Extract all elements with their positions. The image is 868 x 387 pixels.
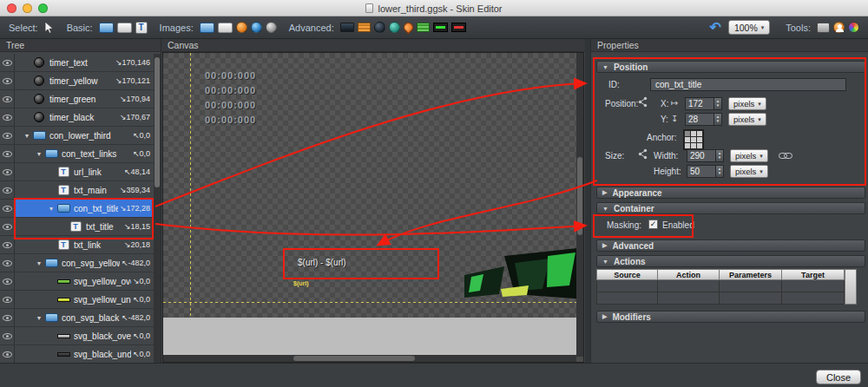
tree-row[interactable]: timer_green↘170,94 xyxy=(0,90,154,108)
width-stepper[interactable]: ▲▼ xyxy=(716,149,724,162)
visibility-toggle[interactable] xyxy=(0,200,15,217)
visibility-toggle[interactable] xyxy=(0,90,15,108)
visibility-toggle[interactable] xyxy=(0,127,15,144)
image-frame-tool[interactable] xyxy=(218,20,233,36)
section-header-appearance[interactable]: ▶ Appearance xyxy=(596,187,865,199)
tree-row[interactable]: Ttxt_title↘18,15 xyxy=(0,218,154,236)
y-unit-dropdown[interactable]: pixels▾ xyxy=(728,113,766,126)
image-tool[interactable] xyxy=(200,20,214,36)
width-input[interactable]: 290 xyxy=(687,149,716,162)
tree-scrollbar[interactable] xyxy=(154,54,161,363)
visibility-toggle[interactable] xyxy=(0,145,15,162)
section-header-advanced[interactable]: ▶ Advanced xyxy=(596,239,865,252)
expand-triangle[interactable]: ▼ xyxy=(46,206,56,212)
column-header[interactable]: Action xyxy=(658,269,720,280)
tree-row[interactable]: svg_black_over↖0,0 xyxy=(0,327,154,345)
green-line-tool[interactable] xyxy=(433,20,448,36)
map-pin-tool[interactable] xyxy=(404,20,413,36)
table-cell[interactable] xyxy=(596,280,658,292)
table-cell[interactable] xyxy=(720,292,782,305)
step-down-icon[interactable]: ▼ xyxy=(716,120,720,124)
zoom-dropdown[interactable]: 100% ▾ xyxy=(728,20,770,35)
tree-row[interactable]: Ttxt_link↘20,18 xyxy=(0,236,154,254)
expand-triangle[interactable]: ▼ xyxy=(34,315,44,321)
table-cell[interactable] xyxy=(658,292,720,305)
column-header[interactable]: Source xyxy=(596,269,658,280)
visibility-toggle[interactable] xyxy=(0,345,15,363)
container-tool[interactable] xyxy=(99,20,114,36)
table-tool[interactable] xyxy=(358,20,371,36)
x-input[interactable]: 172 xyxy=(685,97,714,110)
visibility-toggle[interactable] xyxy=(0,54,15,71)
section-header-actions[interactable]: ▼ Actions xyxy=(596,255,865,267)
scrollbar-thumb[interactable] xyxy=(577,157,582,235)
globe-tool[interactable] xyxy=(251,20,262,36)
tree-row[interactable]: timer_black↘170,67 xyxy=(0,108,154,127)
height-unit-dropdown[interactable]: pixels▾ xyxy=(730,165,768,178)
visibility-toggle[interactable] xyxy=(0,181,15,199)
visibility-toggle[interactable] xyxy=(0,327,15,344)
step-down-icon[interactable]: ▼ xyxy=(718,172,721,176)
tree-row[interactable]: svg_yellow_over↘0,0 xyxy=(0,272,154,291)
tree-row[interactable]: svg_black_under↖0,0 xyxy=(0,345,154,363)
gray-sphere-tool[interactable] xyxy=(266,20,277,36)
visibility-toggle[interactable] xyxy=(0,254,15,272)
height-input[interactable]: 50 xyxy=(687,165,716,178)
tree-scrollbar-thumb[interactable] xyxy=(155,57,160,187)
dark-sphere-tool[interactable] xyxy=(374,20,385,36)
step-down-icon[interactable]: ▼ xyxy=(718,156,721,161)
masking-checkbox[interactable]: ✓ xyxy=(648,220,658,229)
section-header-modifiers[interactable]: ▶ Modifiers xyxy=(596,311,865,323)
canvas-viewport[interactable]: 00:00:000 00:00:000 00:00:000 00:00:000 … xyxy=(162,52,584,363)
tree-row[interactable]: Turl_link↖48,14 xyxy=(0,163,154,181)
timer-text[interactable]: 00:00:000 xyxy=(205,113,256,128)
visibility-toggle[interactable] xyxy=(0,236,15,253)
expand-triangle[interactable]: ▼ xyxy=(34,151,44,157)
users-tool[interactable] xyxy=(833,20,845,36)
visibility-toggle[interactable] xyxy=(0,72,15,89)
text-tool[interactable]: T xyxy=(135,20,148,36)
column-header[interactable]: Target xyxy=(782,269,845,280)
tree-row[interactable]: Ttxt_main↘359,34 xyxy=(0,181,154,200)
undo-button[interactable]: ↶ xyxy=(709,20,720,36)
chain-link-icon[interactable] xyxy=(779,152,792,160)
y-input[interactable]: 28 xyxy=(685,113,714,126)
x-stepper[interactable]: ▲▼ xyxy=(714,97,722,110)
link-nodes-icon[interactable] xyxy=(638,148,648,160)
section-header-container[interactable]: ▼ Container xyxy=(596,202,865,214)
table-cell[interactable] xyxy=(596,292,658,305)
height-stepper[interactable]: ▲▼ xyxy=(716,165,724,178)
tree-row[interactable]: timer_text↘170,146 xyxy=(0,54,154,72)
palette-tool[interactable] xyxy=(848,20,859,36)
green-table-tool[interactable] xyxy=(417,20,430,36)
tree-row-selected[interactable]: ▼con_txt_title↘172,28 xyxy=(0,200,154,218)
section-header-position[interactable]: ▼ Position xyxy=(596,61,865,73)
width-unit-dropdown[interactable]: pixels▾ xyxy=(730,149,768,162)
sphere-tool[interactable] xyxy=(236,20,247,36)
tree-row[interactable]: ▼con_svg_yellow↖-482,0 xyxy=(0,254,154,272)
table-cell[interactable] xyxy=(782,292,845,305)
x-unit-dropdown[interactable]: pixels▾ xyxy=(728,97,766,110)
timer-text[interactable]: 00:00:000 xyxy=(205,83,256,98)
panel-tool[interactable] xyxy=(117,20,132,36)
visibility-toggle[interactable] xyxy=(0,309,15,326)
visibility-toggle[interactable] xyxy=(0,108,15,126)
canvas-horizontal-scrollbar[interactable] xyxy=(163,355,576,362)
expand-triangle[interactable]: ▼ xyxy=(22,133,32,139)
column-header[interactable]: Parameters xyxy=(720,269,782,280)
step-down-icon[interactable]: ▼ xyxy=(716,104,720,108)
table-cell[interactable] xyxy=(782,280,845,292)
y-stepper[interactable]: ▲▼ xyxy=(714,113,722,126)
visibility-toggle[interactable] xyxy=(0,291,15,308)
tree-row[interactable]: svg_yellow_under↖0,0 xyxy=(0,291,154,309)
visibility-toggle[interactable] xyxy=(0,163,15,180)
url-placeholder-text[interactable]: $(url) - $(url) xyxy=(298,258,346,267)
tree-row[interactable]: ▼con_lower_third↖0,0 xyxy=(0,127,154,145)
visibility-toggle[interactable] xyxy=(0,272,15,290)
canvas-vertical-scrollbar[interactable] xyxy=(576,53,583,357)
link-nodes-icon[interactable] xyxy=(638,96,648,108)
select-cursor-tool[interactable] xyxy=(44,20,55,36)
timer-text[interactable]: 00:00:000 xyxy=(205,98,256,113)
lower-third-graphic[interactable] xyxy=(464,246,584,303)
table-cell[interactable] xyxy=(720,280,782,292)
